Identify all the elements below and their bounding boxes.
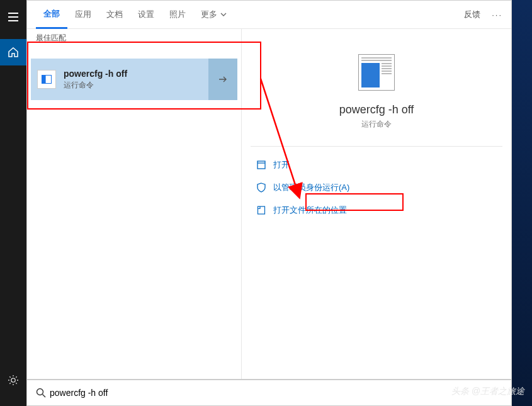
feedback-button[interactable]: 反馈 <box>464 9 480 20</box>
best-match-label: 最佳匹配 <box>27 29 241 46</box>
preview-app-icon <box>358 54 395 91</box>
tab-more[interactable]: 更多 <box>193 1 234 29</box>
expand-result-button[interactable] <box>208 59 237 100</box>
action-open-label: 打开 <box>273 159 290 171</box>
hamburger-menu-button[interactable] <box>0 4 26 30</box>
result-subtitle: 运行命令 <box>64 80 208 91</box>
folder-icon <box>256 206 267 215</box>
menu-icon <box>8 13 18 21</box>
preview-subtitle: 运行命令 <box>361 119 392 130</box>
tab-more-label: 更多 <box>201 9 217 20</box>
svg-rect-2 <box>258 206 265 214</box>
preview-actions: 打开 以管理员身份运行(A) 打开文件所在的位置 <box>251 155 502 220</box>
search-input[interactable] <box>50 388 506 398</box>
tab-all[interactable]: 全部 <box>36 1 67 29</box>
search-panel: 全部 应用 文档 设置 照片 更多 反馈 ··· 最佳匹配 <box>26 0 512 380</box>
preview-title: powercfg -h off <box>339 103 414 116</box>
search-result-item[interactable]: powercfg -h off 运行命令 <box>31 59 237 100</box>
tab-apps[interactable]: 应用 <box>67 1 99 29</box>
action-open-location[interactable]: 打开文件所在的位置 <box>253 201 502 220</box>
result-title: powercfg -h off <box>64 69 208 79</box>
tabs-header: 全部 应用 文档 设置 照片 更多 反馈 ··· <box>27 1 511 29</box>
more-options-button[interactable]: ··· <box>492 10 502 20</box>
svg-point-4 <box>37 389 43 395</box>
shield-icon <box>256 183 267 193</box>
tab-documents[interactable]: 文档 <box>99 1 130 29</box>
preview-separator <box>251 146 502 147</box>
tab-settings[interactable]: 设置 <box>130 1 162 29</box>
preview-column: powercfg -h off 运行命令 打开 <box>242 29 511 379</box>
result-text-block: powercfg -h off 运行命令 <box>64 69 208 91</box>
watermark-text: 头条 @王者之旅途 <box>451 386 524 397</box>
content-area: 最佳匹配 powercfg -h off 运行命令 <box>27 29 511 379</box>
gear-icon <box>8 375 19 386</box>
taskbar-sidebar <box>0 0 26 406</box>
tab-photos[interactable]: 照片 <box>162 1 193 29</box>
svg-rect-1 <box>258 161 265 169</box>
action-open[interactable]: 打开 <box>253 155 502 174</box>
search-icon <box>32 388 50 398</box>
results-column: 最佳匹配 powercfg -h off 运行命令 <box>27 29 241 379</box>
search-bar[interactable] <box>26 380 512 406</box>
open-icon <box>256 161 267 169</box>
action-admin-label: 以管理员身份运行(A) <box>273 182 349 193</box>
settings-button[interactable] <box>0 367 26 393</box>
home-icon <box>8 47 19 58</box>
run-command-icon <box>37 70 56 89</box>
preview-header: powercfg -h off 运行命令 <box>251 37 502 130</box>
home-button[interactable] <box>0 39 26 65</box>
chevron-down-icon <box>220 13 227 16</box>
action-location-label: 打开文件所在的位置 <box>273 205 347 216</box>
svg-point-0 <box>11 378 15 382</box>
arrow-right-icon <box>218 74 228 84</box>
action-run-as-admin[interactable]: 以管理员身份运行(A) <box>253 178 502 197</box>
